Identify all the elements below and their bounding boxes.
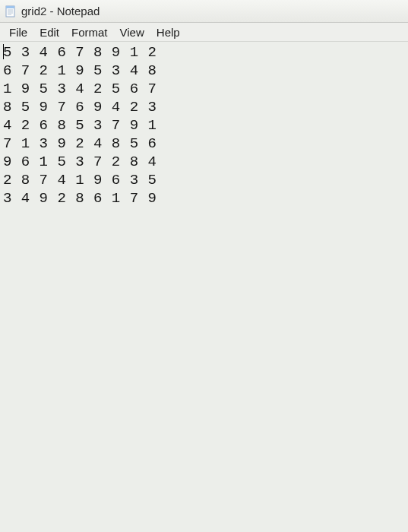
svg-rect-1: [6, 6, 14, 8]
menu-edit[interactable]: Edit: [33, 24, 65, 40]
menu-format[interactable]: Format: [65, 24, 114, 40]
notepad-window: grid2 - Notepad File Edit Format View He…: [0, 0, 408, 532]
text-caret: [3, 44, 4, 59]
menu-view[interactable]: View: [114, 24, 150, 40]
window-title: grid2 - Notepad: [21, 5, 100, 17]
titlebar: grid2 - Notepad: [0, 0, 408, 23]
text-editor[interactable]: 5 3 4 6 7 8 9 1 2 6 7 2 1 9 5 3 4 8 1 9 …: [0, 42, 408, 532]
menubar: File Edit Format View Help: [0, 23, 408, 42]
editor-area: 5 3 4 6 7 8 9 1 2 6 7 2 1 9 5 3 4 8 1 9 …: [0, 42, 408, 532]
menu-file[interactable]: File: [3, 24, 33, 40]
notepad-icon: [5, 5, 17, 17]
menu-help[interactable]: Help: [150, 24, 186, 40]
